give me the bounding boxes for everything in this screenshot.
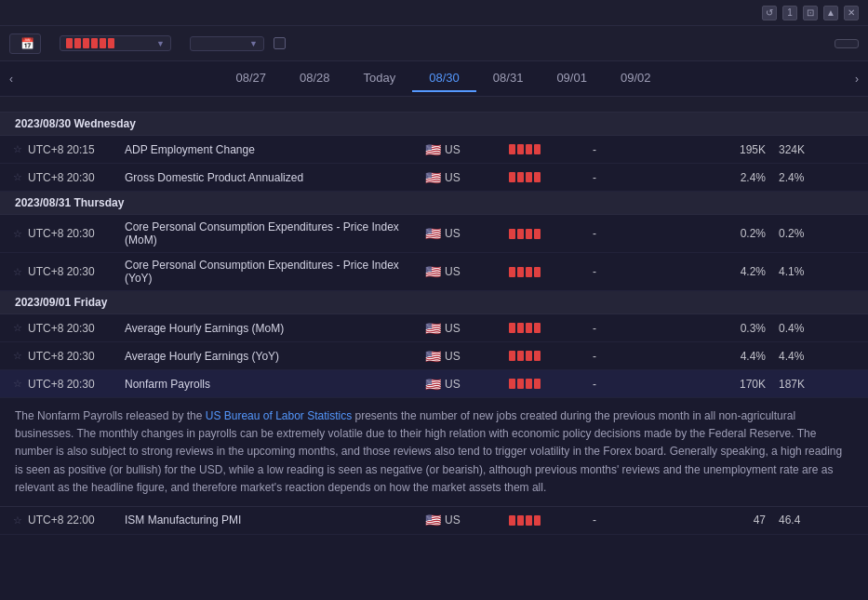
- prev-chevron-icon: ‹: [9, 73, 13, 86]
- event-row-2-2[interactable]: ☆ UTC+8 20:30 Nonfarm Payrolls 🇺🇸 US - 1…: [0, 370, 868, 398]
- cell-event-2-0: Average Hourly Earnings (MoM): [121, 318, 421, 339]
- imp-bar-1-0-1: [509, 172, 515, 182]
- imp-bar-3-1-1: [526, 267, 532, 277]
- star-icon-2-1: ☆: [13, 350, 22, 362]
- tab-month[interactable]: [28, 11, 47, 15]
- star-icon-2-0: ☆: [13, 322, 22, 334]
- impact-dropdown-arrow: ▼: [156, 39, 165, 48]
- event-row-2-0[interactable]: ☆ UTC+8 20:30 Average Hourly Earnings (M…: [0, 314, 868, 342]
- favorite-checkbox[interactable]: [274, 37, 286, 49]
- event-row-0-1[interactable]: ☆ UTC+8 20:30 Gross Domestic Product Ann…: [0, 164, 868, 192]
- cell-event-1-0: Core Personal Consumption Expenditures -…: [121, 217, 421, 250]
- area-name-2-1: US: [445, 350, 461, 363]
- imp-bar-2-0-0: [517, 144, 524, 154]
- area-name-0-1: US: [445, 171, 461, 184]
- cell-consensus-0-0: 195K: [673, 140, 775, 160]
- next-week-button[interactable]: ›: [851, 73, 859, 86]
- imp-bar-3-2-3: [526, 515, 532, 526]
- impact-dropdown[interactable]: ▼: [60, 35, 171, 51]
- imp-bar-4-1-1: [534, 267, 541, 277]
- imp-bar-1-0-0: [509, 144, 515, 154]
- time-value-2-3: UTC+8 22:00: [28, 513, 95, 527]
- imp-bar-1-1-0: [509, 229, 515, 239]
- cell-time-1-0: ☆ UTC+8 20:30: [9, 223, 121, 244]
- nav-date-0901[interactable]: 09/01: [540, 65, 604, 92]
- cell-impact-2-0: [505, 319, 589, 337]
- star-icon-2-3: ☆: [13, 514, 22, 527]
- imp-bar-3-0-0: [526, 144, 532, 154]
- imp-bar-1-2-0: [509, 323, 515, 333]
- flag-2-3: 🇺🇸: [425, 513, 441, 527]
- cell-event-0-0: ADP Employment Change: [121, 140, 421, 160]
- imp-bar-2-2-0: [517, 323, 524, 333]
- description-box: The Nonfarm Payrolls released by the US …: [0, 398, 868, 507]
- event-row-2-1[interactable]: ☆ UTC+8 20:30 Average Hourly Earnings (Y…: [0, 342, 868, 370]
- cell-consensus-1-1: 4.2%: [673, 261, 775, 282]
- event-row-1-0[interactable]: ☆ UTC+8 20:30 Core Personal Consumption …: [0, 215, 868, 253]
- cell-area-1-0: 🇺🇸 US: [421, 222, 505, 245]
- nav-date-0902[interactable]: 09/02: [604, 65, 668, 92]
- nav-date-0828[interactable]: 08/28: [283, 65, 347, 92]
- cell-actual-1-0: -: [589, 223, 673, 244]
- imp-bar-2-0-1: [517, 172, 524, 182]
- th-event: [121, 100, 421, 108]
- window-controls: ↺ 1 ⊡ ▲ ✕: [762, 6, 859, 20]
- th-previous: [775, 100, 859, 108]
- cell-impact-2-3: [505, 512, 589, 529]
- cell-actual-2-2: -: [589, 374, 673, 394]
- cell-impact-1-1: [505, 263, 589, 281]
- event-row-0-0[interactable]: ☆ UTC+8 20:15 ADP Employment Change 🇺🇸 U…: [0, 136, 868, 164]
- favorite-checkbox-container[interactable]: [274, 37, 290, 49]
- back-to-today-button[interactable]: [835, 39, 859, 48]
- expand-icon[interactable]: ⊡: [803, 6, 818, 20]
- event-row-2-3[interactable]: ☆ UTC+8 22:00 ISM Manufacturing PMI 🇺🇸 U…: [0, 507, 868, 535]
- cell-consensus-2-2: 170K: [673, 374, 775, 394]
- imp-bar-4-2-3: [534, 515, 541, 526]
- impact-bar-4: [91, 38, 98, 48]
- day-header-0: 2023/08/30 Wednesday: [0, 113, 868, 136]
- cell-time-2-2: ☆ UTC+8 20:30: [9, 374, 121, 394]
- nav-date-0831[interactable]: 08/31: [476, 65, 541, 92]
- cell-consensus-2-1: 4.4%: [673, 346, 775, 367]
- imp-bar-2-2-3: [517, 515, 524, 526]
- time-value-1-1: UTC+8 20:30: [28, 265, 95, 278]
- time-value-2-1: UTC+8 20:30: [28, 350, 95, 363]
- refresh-icon[interactable]: ↺: [762, 6, 777, 20]
- bls-link[interactable]: US Bureau of Labor Statistics: [206, 409, 352, 422]
- imp-bar-4-0-1: [534, 172, 541, 182]
- th-area: [421, 100, 505, 108]
- nav-date-0830[interactable]: 08/30: [412, 65, 476, 92]
- cell-consensus-0-1: 2.4%: [673, 167, 775, 188]
- imp-bar-1-2-2: [509, 379, 515, 389]
- prev-week-button[interactable]: ‹: [9, 73, 17, 86]
- cell-impact-2-1: [505, 347, 589, 365]
- impact-bar-6: [108, 38, 114, 48]
- cell-time-2-0: ☆ UTC+8 20:30: [9, 318, 121, 339]
- cell-consensus-2-3: 47: [673, 510, 775, 530]
- cell-actual-2-1: -: [589, 346, 673, 367]
- impact-bars: [66, 38, 114, 48]
- tab-day[interactable]: [9, 11, 28, 15]
- cell-consensus-1-0: 0.2%: [673, 223, 775, 244]
- event-row-1-1[interactable]: ☆ UTC+8 20:30 Core Personal Consumption …: [0, 253, 868, 291]
- imp-bar-3-2-1: [526, 351, 532, 361]
- area-dropdown[interactable]: ▼: [190, 36, 264, 51]
- cell-time-0-1: ☆ UTC+8 20:30: [9, 167, 121, 188]
- number-icon[interactable]: 1: [782, 6, 797, 20]
- nav-date-0827[interactable]: 08/27: [220, 65, 284, 92]
- nav-today[interactable]: Today: [347, 65, 413, 92]
- cell-impact-1-0: [505, 225, 589, 243]
- maximize-icon[interactable]: ▲: [823, 6, 838, 20]
- imp-bar-3-2-0: [526, 323, 532, 333]
- star-icon-1-0: ☆: [13, 228, 22, 240]
- cell-previous-2-2: 187K: [775, 374, 859, 394]
- cell-previous-1-1: 4.1%: [775, 261, 859, 282]
- th-actual: [589, 100, 673, 108]
- th-time: [9, 100, 121, 108]
- close-icon[interactable]: ✕: [844, 6, 859, 20]
- cell-time-2-1: ☆ UTC+8 20:30: [9, 346, 121, 367]
- time-value-0-0: UTC+8 20:15: [28, 143, 95, 156]
- flag-1-1: 🇺🇸: [425, 264, 441, 279]
- date-picker[interactable]: 📅: [9, 33, 41, 54]
- imp-bar-4-2-2: [534, 379, 541, 389]
